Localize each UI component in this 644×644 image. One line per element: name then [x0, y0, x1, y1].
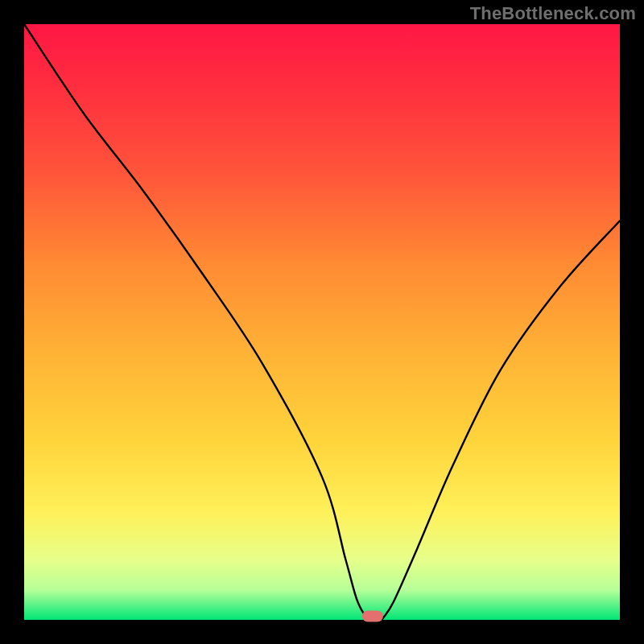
chart-stage: TheBottleneck.com — [0, 0, 644, 644]
watermark-text: TheBottleneck.com — [470, 3, 636, 24]
gradient-background — [24, 24, 620, 620]
optimal-marker — [362, 611, 383, 622]
bottleneck-chart — [0, 0, 644, 644]
